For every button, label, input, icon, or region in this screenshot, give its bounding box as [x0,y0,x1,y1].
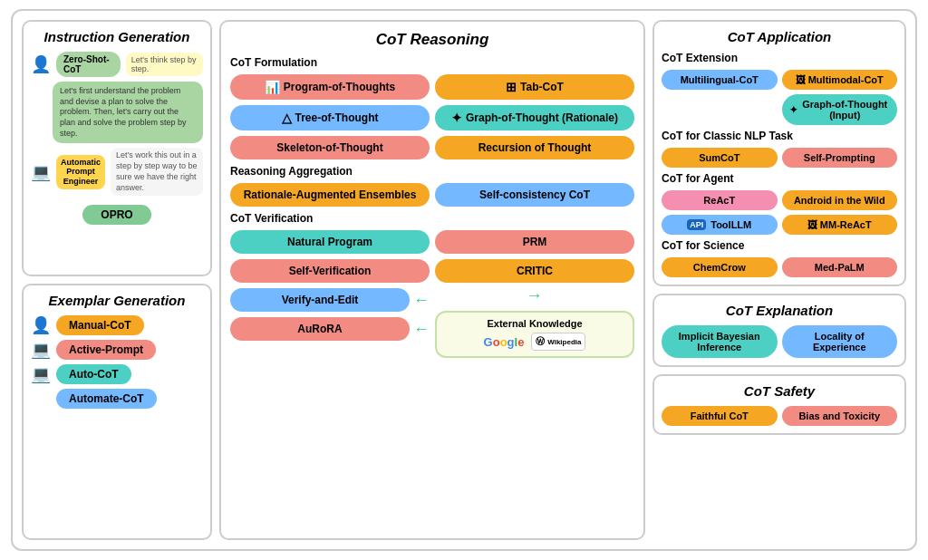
verification-subtitle: CoT Verification [230,212,634,225]
toolllm-chip: API ToolLLM [662,215,778,235]
exemplar-title: Exemplar Generation [31,293,203,308]
graph-input-chip: ✦ Graph-of-Thought (Input) [782,94,898,125]
auto-cot-chip: Auto-CoT [56,364,131,384]
chemcrow-chip: ChemCrow [662,257,778,277]
api-badge: API [687,219,706,230]
graph-of-thought-rationale-chip: ✦ Graph-of-Thought (Rationale) [435,105,634,130]
cot-reasoning-section: CoT Reasoning CoT Formulation 📊 Program-… [219,20,645,540]
opro-chip: OPRO [82,205,150,225]
person-icon: 👤 [31,54,51,74]
person-icon-2: 👤 [31,315,51,335]
sumcot-chip: SumCoT [662,148,778,168]
cot-application-title: CoT Application [662,29,897,44]
google-logo: Google [484,335,525,349]
manual-cot-chip: Manual-CoT [56,315,144,335]
mid-column: CoT Reasoning CoT Formulation 📊 Program-… [219,20,645,540]
mm-react-icon: 🖼 [807,219,817,230]
arrow-up: ↑ [526,292,545,300]
program-of-thoughts-chip: 📊 Program-of-Thoughts [230,74,430,100]
agent-subtitle: CoT for Agent [662,172,897,185]
extension-subtitle: CoT Extension [662,52,897,64]
computer-icon: 💻 [31,162,51,182]
self-prompting-chip: Self-Prompting [782,148,898,168]
pot-icon: 📊 [265,80,280,94]
tab-cot-chip: ⊞ Tab-CoT [435,74,634,100]
react-chip: ReAcT [662,190,778,210]
self-verification-chip: Self-Verification [230,259,430,283]
active-row: 💻 Active-Prompt [31,340,203,360]
formulation-grid: 📊 Program-of-Thoughts ⊞ Tab-CoT △ Tree-o… [230,74,634,159]
cot-explanation-section: CoT Explanation Implicit Bayesian Infere… [652,294,906,367]
multimodal-icon: 🖼 [796,74,806,85]
right-column: CoT Application CoT Extension Multilingu… [652,20,906,540]
active-prompt-chip: Active-Prompt [56,340,156,360]
arrow-left-2: ← [413,320,430,339]
ape-badge: Automatic Prompt Engineer [56,155,105,189]
zeroshot-badge: Zero-Shot-CoT [56,52,121,77]
arrow-left-1: ← [413,291,430,310]
multimodal-chip: 🖼 Multimodal-CoT [782,70,898,90]
tree-of-thought-chip: △ Tree-of-Thought [230,105,430,130]
manual-row: 👤 Manual-CoT [31,315,203,335]
auto-row: 💻 Auto-CoT [31,364,203,384]
aggregation-subtitle: Reasoning Aggregation [230,165,634,178]
formulation-subtitle: CoT Formulation [230,56,634,69]
critic-chip: CRITIC [435,259,634,283]
faithful-cot-chip: Faithful CoT [662,406,778,426]
android-wild-chip: Android in the Wild [782,190,898,210]
graph-icon: ✦ [451,111,462,125]
med-palm-chip: Med-PaLM [782,257,898,277]
aurora-chip: AuRoRA [230,317,410,341]
external-knowledge-box: External Knowledge Google Ⓦ Wikipedia [435,311,634,358]
exemplar-chips: 👤 Manual-CoT 💻 Active-Prompt 💻 Auto-CoT … [31,315,203,409]
computer-icon-2: 💻 [31,340,51,360]
aggregation-grid: Rationale-Augmented Ensembles Self-consi… [230,183,634,207]
cot-application-section: CoT Application CoT Extension Multilingu… [652,20,906,286]
cot-safety-section: CoT Safety Faithful CoT Bias and Toxicit… [652,374,906,435]
science-subtitle: CoT for Science [662,239,897,252]
natural-program-chip: Natural Program [230,230,430,254]
automate-row: 💻 Automate-CoT [31,389,203,409]
skeleton-chip: Skeleton-of-Thought [230,136,430,159]
rationale-ensemble-chip: Rationale-Augmented Ensembles [230,183,430,207]
mm-react-chip: 🖼 MM-ReAcT [782,215,898,235]
cot-plan-bubble: Let's first understand the problem and d… [53,82,203,143]
graph-icon-2: ✦ [789,104,798,116]
automate-cot-chip: Automate-CoT [56,389,157,409]
logos-row: Google Ⓦ Wikipedia [444,333,625,351]
ape-bubble: Let's work this out in a step by step wa… [111,148,203,196]
ext-knowledge-label: External Knowledge [444,318,625,329]
zeroshot-bubble: Let's think step by step. [126,53,203,76]
multilingual-chip: Multilingual-CoT [662,70,778,90]
cot-reasoning-title: CoT Reasoning [230,31,634,49]
safety-title: CoT Safety [662,383,897,399]
computer-icon-3: 💻 [31,364,51,384]
locality-experience-chip: Locality of Experience [782,325,898,358]
main-container: Instruction Generation 👤 Zero-Shot-CoT L… [11,9,917,551]
classic-subtitle: CoT for Classic NLP Task [662,130,897,142]
instruction-generation-section: Instruction Generation 👤 Zero-Shot-CoT L… [22,20,212,276]
bias-toxicity-chip: Bias and Toxicity [782,406,898,426]
tree-icon: △ [282,111,292,125]
zeroshot-row: 👤 Zero-Shot-CoT Let's think step by step… [31,52,203,77]
verify-and-edit-chip: Verify-and-Edit [230,288,410,312]
explanation-title: CoT Explanation [662,303,897,318]
exemplar-generation-section: Exemplar Generation 👤 Manual-CoT 💻 Activ… [22,284,212,540]
self-consistency-chip: Self-consistency CoT [435,183,634,207]
implicit-bayesian-chip: Implicit Bayesian Inference [662,325,778,358]
left-column: Instruction Generation 👤 Zero-Shot-CoT L… [22,20,212,540]
instruction-title: Instruction Generation [31,29,203,44]
recursion-chip: Recursion of Thought [435,136,634,159]
table-icon: ⊞ [506,80,517,94]
prm-chip: PRM [435,230,634,254]
ape-row: 💻 Automatic Prompt Engineer Let's work t… [31,148,203,196]
wikipedia-logo: Ⓦ Wikipedia [531,333,585,351]
